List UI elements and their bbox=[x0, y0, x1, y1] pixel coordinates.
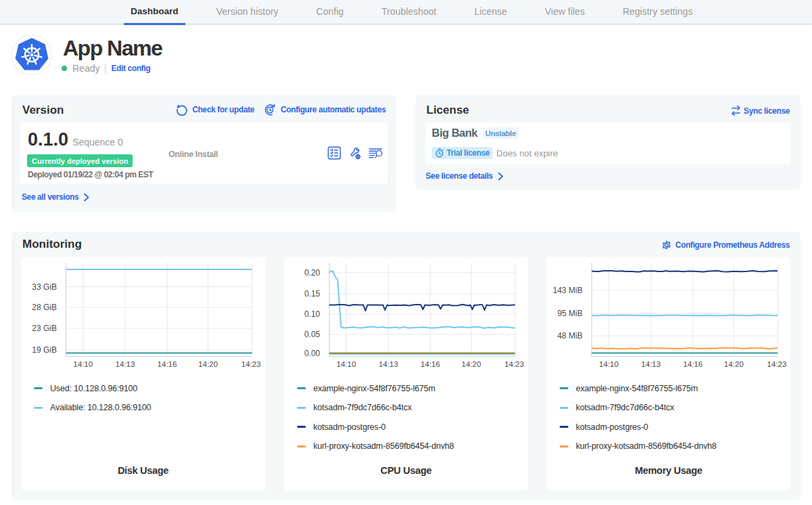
svg-text:14:23: 14:23 bbox=[767, 360, 787, 368]
svg-text:14:23: 14:23 bbox=[242, 360, 261, 368]
svg-text:14:13: 14:13 bbox=[116, 360, 135, 368]
svg-text:19 GiB: 19 GiB bbox=[32, 345, 57, 355]
svg-text:14:10: 14:10 bbox=[73, 360, 93, 368]
svg-text:0.20: 0.20 bbox=[304, 268, 321, 278]
svg-text:23 GiB: 23 GiB bbox=[32, 324, 57, 333]
svg-text:0.00: 0.00 bbox=[304, 349, 321, 358]
svg-text:0.15: 0.15 bbox=[304, 289, 321, 299]
svg-text:14:16: 14:16 bbox=[421, 360, 441, 368]
svg-text:95 MiB: 95 MiB bbox=[558, 309, 583, 318]
svg-text:14:13: 14:13 bbox=[641, 360, 661, 368]
svg-text:14:20: 14:20 bbox=[198, 360, 218, 368]
svg-text:14:20: 14:20 bbox=[461, 360, 481, 368]
svg-text:14:16: 14:16 bbox=[158, 360, 177, 368]
svg-text:14:20: 14:20 bbox=[724, 360, 744, 368]
svg-text:14:10: 14:10 bbox=[599, 360, 618, 368]
svg-text:14:10: 14:10 bbox=[336, 360, 356, 368]
svg-text:0.05: 0.05 bbox=[304, 330, 321, 339]
svg-text:143 MiB: 143 MiB bbox=[553, 286, 583, 295]
svg-text:14:23: 14:23 bbox=[505, 360, 524, 368]
svg-text:48 MiB: 48 MiB bbox=[558, 331, 583, 341]
svg-text:14:13: 14:13 bbox=[379, 360, 399, 368]
svg-text:14:16: 14:16 bbox=[683, 360, 703, 368]
svg-text:0.10: 0.10 bbox=[304, 309, 321, 319]
svg-text:28 GiB: 28 GiB bbox=[32, 303, 57, 312]
svg-text:33 GiB: 33 GiB bbox=[32, 282, 57, 292]
